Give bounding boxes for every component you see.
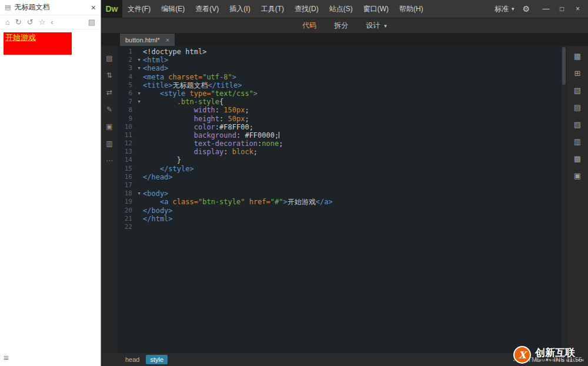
code-line[interactable]: 1<!doctype html> [118,48,566,56]
css-designer-panel-icon[interactable]: ▧ [574,86,581,95]
history-panel-icon[interactable]: ▣ [574,171,581,180]
line-number: 17 [118,181,135,189]
line-number: 9 [118,115,135,123]
view-tab-拆分[interactable]: 拆分 [334,21,348,31]
line-number: 20 [118,207,135,215]
code-line[interactable]: 20</body> [118,207,566,215]
back-chevron-icon[interactable]: ‹ [51,18,53,26]
code-line[interactable]: 4<meta charset="utf-8"> [118,73,566,81]
home-icon[interactable]: ⌂ [5,18,10,26]
apply-comment-icon[interactable]: ▣ [106,122,112,131]
open-documents-icon[interactable]: ▤ [106,54,112,62]
menu-item-3[interactable]: 插入(I) [224,0,255,18]
code-line[interactable]: 6▼ <style type="text/css"> [118,89,566,98]
menu-item-7[interactable]: 窗口(W) [358,0,394,18]
code-line[interactable]: 9 height: 50px; [118,115,566,123]
favorite-star-icon[interactable]: ☆ [39,18,46,26]
code-line[interactable]: 16</head> [118,173,566,181]
start-game-button[interactable]: 开始游戏 [4,32,72,55]
close-window-button[interactable]: × [570,0,586,18]
fold-arrow-icon[interactable]: ▼ [135,89,143,98]
tag-selector-head[interactable]: head [121,355,143,364]
line-number: 15 [118,165,135,173]
document-tab[interactable]: button.html* × [120,34,175,46]
menu-item-8[interactable]: 帮助(H) [394,0,429,18]
menu-bar-items: 文件(F)编辑(E)查看(V)插入(I)工具(T)查找(D)站点(S)窗口(W)… [122,0,429,18]
code-line[interactable]: 21</html> [118,215,566,223]
code-line[interactable]: 12 text-decoration:none; [118,139,566,148]
code-line[interactable]: 18▼<body> [118,189,566,198]
undo-icon[interactable]: ↺ [27,18,34,26]
line-number: 21 [118,215,135,223]
files-panel-icon[interactable]: ▦ [574,52,581,61]
code-token: 无标题文档 [173,81,208,89]
workspace-switcher[interactable]: 标准 ▾ [495,4,514,14]
code-token [143,165,160,173]
code-line[interactable]: 8 width: 150px; [118,106,566,114]
snippets-panel-icon[interactable]: ▥ [574,137,581,146]
close-icon[interactable]: × [91,3,96,12]
fold-arrow-icon[interactable]: ▼ [135,64,143,72]
fold-arrow-icon [135,123,143,131]
live-code-icon[interactable]: ⇄ [106,88,112,97]
code-line[interactable]: 15 </style> [118,165,566,173]
line-number: 5 [118,81,135,89]
code-token: <style [160,89,190,98]
code-line[interactable]: 7▼ .btn-style{ [118,98,566,106]
menu-item-0[interactable]: 文件(F) [122,0,156,18]
minimize-button[interactable]: — [538,0,554,18]
fold-arrow-icon[interactable]: ▼ [135,56,143,64]
code-line[interactable]: 14 } [118,156,566,164]
insert-panel-icon[interactable]: ⊞ [574,69,581,78]
code-token [143,148,194,156]
view-tab-设计[interactable]: 设计▾ [366,21,387,31]
code-token [143,98,177,106]
code-line[interactable]: 22 [118,223,566,231]
code-editor[interactable]: 1<!doctype html>2▼<html>3▼<head>4<meta c… [118,46,566,353]
dom-panel-icon[interactable]: ▤ [574,103,581,112]
code-token: display [194,148,224,156]
code-line[interactable]: 17 [118,181,566,189]
code-line[interactable]: 3▼<head> [118,64,566,72]
snippets-icon[interactable]: ▥ [106,139,112,148]
line-number: 22 [118,223,135,231]
code-token [143,123,194,131]
view-tab-代码[interactable]: 代码 [302,21,316,31]
fold-arrow-icon[interactable]: ▼ [135,189,143,198]
scrollbar-thumb[interactable] [562,47,566,85]
chevron-down-icon[interactable]: ▾ [384,23,387,29]
maximize-button[interactable]: □ [554,0,570,18]
browser-preview-panel: ▤ 无标题文档 × ⌂↻↺☆‹▤ 开始游戏 ≡ [0,0,101,366]
hamburger-menu-icon[interactable]: ≡ [4,352,9,362]
code-line[interactable]: 2▼<html> [118,56,566,64]
menu-item-5[interactable]: 查找(D) [289,0,324,18]
line-number: 4 [118,73,135,81]
more-tools-icon[interactable]: ⋯ [106,157,113,165]
menu-item-1[interactable]: 编辑(E) [156,0,190,18]
code-token: } [143,156,181,164]
code-line[interactable]: 10 color:#F8FF00; [118,123,566,131]
fold-arrow-icon [135,81,143,89]
code-token: <!doctype html> [143,48,206,56]
code-token: href= [249,198,270,206]
vertical-scrollbar[interactable] [562,46,566,353]
format-source-icon[interactable]: ✎ [106,105,112,114]
code-token: </html> [143,215,173,223]
behaviors-panel-icon[interactable]: ▩ [574,154,581,163]
code-line[interactable]: 11 background: #FF0000; [118,131,566,139]
refresh-icon[interactable]: ↻ [15,18,22,26]
gear-icon[interactable]: ⚙ [522,4,530,14]
copy-page-icon[interactable]: ▤ [88,18,95,26]
assets-panel-icon[interactable]: ▨ [574,120,581,129]
menu-item-6[interactable]: 站点(S) [324,0,358,18]
code-line[interactable]: 5<title>无标题文档</title> [118,81,566,89]
menu-item-4[interactable]: 工具(T) [256,0,289,18]
tag-selector-style[interactable]: style [146,355,168,364]
code-line[interactable]: 19 <a class="btn-style" href="#">开始游戏</a… [118,198,566,206]
menu-item-2[interactable]: 查看(V) [190,0,224,18]
tab-close-icon[interactable]: × [166,36,169,44]
code-text: color:#F8FF00; [143,123,253,131]
file-management-icon[interactable]: ⇅ [106,71,112,79]
code-line[interactable]: 13 display: block; [118,148,566,156]
fold-arrow-icon[interactable]: ▼ [135,98,143,106]
